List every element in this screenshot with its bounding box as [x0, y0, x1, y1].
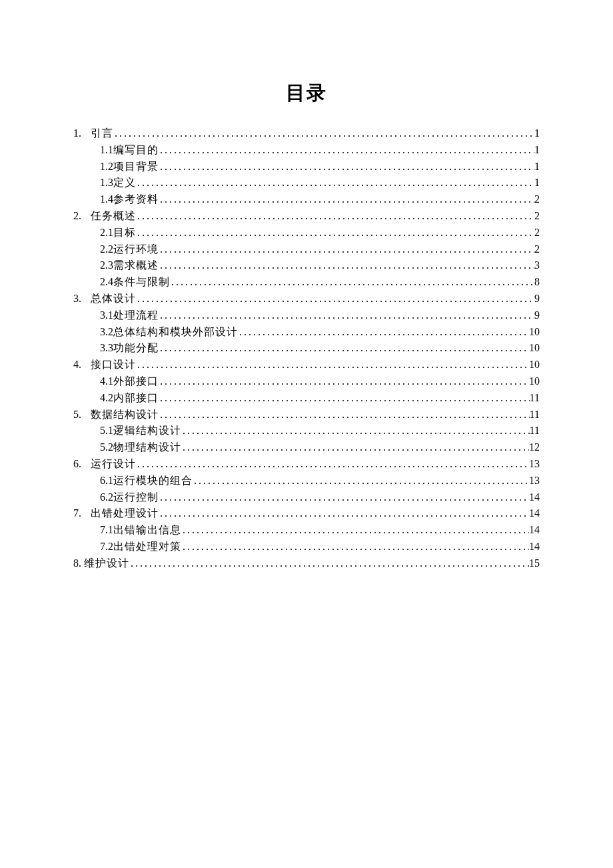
toc-page-number: 1 [534, 159, 540, 175]
toc-page-number: 14 [529, 489, 540, 506]
toc-entry[interactable]: 2.3需求概述3 [73, 257, 540, 274]
toc-label: 任务概述 [91, 208, 136, 225]
toc-number: 2.2 [100, 241, 113, 258]
toc-leader-dots [159, 489, 529, 506]
toc-label: 目标 [113, 225, 136, 241]
toc-label: 总体结构和模块外部设计 [113, 324, 238, 341]
toc-page-number: 14 [529, 505, 540, 522]
toc-label: 物理结构设计 [113, 439, 181, 456]
toc-leader-dots [238, 324, 529, 341]
toc-entry[interactable]: 6.运行设计13 [73, 456, 540, 473]
toc-entry[interactable]: 6.1运行模块的组合13 [73, 473, 540, 489]
toc-number: 3. [73, 291, 91, 307]
toc-label: 需求概述 [113, 257, 159, 274]
toc-page-number: 10 [529, 340, 540, 357]
toc-leader-dots [159, 340, 529, 357]
toc-leader-dots [170, 274, 534, 291]
toc-number: 1.4 [100, 191, 113, 208]
toc-leader-dots [181, 539, 529, 555]
toc-label: 运行环境 [113, 241, 159, 258]
toc-leader-dots [159, 142, 534, 159]
toc-number: 4. [73, 357, 91, 373]
toc-page-number: 2 [534, 208, 540, 225]
toc-entry[interactable]: 1.引言1 [73, 125, 540, 142]
toc-page-number: 14 [529, 522, 540, 539]
toc-page-number: 8 [534, 274, 540, 291]
toc-entry[interactable]: 6.2运行控制14 [73, 489, 540, 506]
toc-label: 出错处理对策 [113, 539, 181, 555]
toc-number: 1. [73, 125, 91, 142]
toc-entry[interactable]: 5.2物理结构设计12 [73, 439, 540, 456]
toc-entry[interactable]: 1.4参考资料2 [73, 191, 540, 208]
toc-entry[interactable]: 7.1出错输出信息14 [73, 522, 540, 539]
toc-page-number: 1 [534, 175, 540, 191]
toc-page-number: 13 [529, 473, 540, 489]
toc-page-number: 11 [530, 423, 540, 439]
toc-number: 7.2 [100, 539, 113, 555]
toc-entry[interactable]: 2.2运行环境2 [73, 241, 540, 258]
toc-entry[interactable]: 1.3定义1 [73, 175, 540, 191]
toc-label: 功能分配 [113, 340, 159, 357]
toc-entry[interactable]: 1.2项目背景1 [73, 159, 540, 175]
toc-page-number: 2 [534, 225, 540, 241]
toc-leader-dots [136, 225, 534, 241]
toc-entry[interactable]: 7.出错处理设计14 [73, 505, 540, 522]
toc-number: 3.3 [100, 340, 113, 357]
toc-entry[interactable]: 3.总体设计9 [73, 291, 540, 307]
toc-label: 项目背景 [113, 159, 159, 175]
toc-label: 总体设计 [91, 291, 136, 307]
toc-entry[interactable]: 3.1处理流程9 [73, 307, 540, 324]
toc-number: 2.3 [100, 257, 113, 274]
toc-label: 运行控制 [113, 489, 159, 506]
toc-entry[interactable]: 2.1目标2 [73, 225, 540, 241]
toc-label: 维护设计 [84, 555, 129, 572]
toc-entry[interactable]: 7.2出错处理对策14 [73, 539, 540, 555]
toc-number: 7. [73, 505, 91, 522]
toc-number: 3.2 [100, 324, 113, 341]
toc-number: 8. [73, 555, 84, 572]
toc-page-number: 9 [534, 291, 540, 307]
toc-page-number: 11 [530, 407, 540, 423]
toc-number: 4.1 [100, 373, 113, 390]
toc-entry[interactable]: 2.任务概述2 [73, 208, 540, 225]
toc-entry[interactable]: 5.数据结构设计11 [73, 407, 540, 423]
toc-page-number: 13 [529, 456, 540, 473]
toc-label: 接口设计 [91, 357, 136, 373]
toc-leader-dots [159, 407, 530, 423]
toc-entry[interactable]: 3.3功能分配10 [73, 340, 540, 357]
toc-number: 6.2 [100, 489, 113, 506]
toc-container: 1.引言11.1编写目的11.2项目背景11.3定义11.4参考资料22.任务概… [73, 125, 540, 572]
toc-number: 3.1 [100, 307, 113, 324]
toc-number: 2.4 [100, 274, 113, 291]
toc-leader-dots [159, 191, 534, 208]
toc-entry[interactable]: 4.2内部接口11 [73, 390, 540, 407]
toc-number: 1.1 [100, 142, 113, 159]
toc-page-number: 2 [534, 191, 540, 208]
toc-leader-dots [136, 291, 534, 307]
toc-entry[interactable]: 5.1逻辑结构设计11 [73, 423, 540, 439]
toc-entry[interactable]: 1.1编写目的1 [73, 142, 540, 159]
toc-entry[interactable]: 4.1外部接口10 [73, 373, 540, 390]
toc-label: 定义 [113, 175, 136, 191]
toc-label: 内部接口 [113, 390, 159, 407]
toc-entry[interactable]: 2.4条件与限制8 [73, 274, 540, 291]
toc-number: 5.2 [100, 439, 113, 456]
toc-number: 2.1 [100, 225, 113, 241]
toc-leader-dots [113, 125, 534, 142]
toc-entry[interactable]: 3.2总体结构和模块外部设计10 [73, 324, 540, 341]
toc-label: 参考资料 [113, 191, 159, 208]
toc-label: 出错输出信息 [113, 522, 181, 539]
toc-entry[interactable]: 8.维护设计15 [73, 555, 540, 572]
toc-label: 数据结构设计 [91, 407, 159, 423]
toc-page-number: 9 [534, 307, 540, 324]
toc-page-number: 1 [534, 125, 540, 142]
toc-leader-dots [159, 257, 534, 274]
toc-page-number: 10 [529, 357, 540, 373]
toc-page-number: 15 [529, 555, 540, 572]
toc-label: 条件与限制 [113, 274, 170, 291]
toc-label: 处理流程 [113, 307, 159, 324]
toc-leader-dots [193, 473, 529, 489]
toc-entry[interactable]: 4.接口设计10 [73, 357, 540, 373]
toc-page-number: 2 [534, 241, 540, 258]
toc-number: 2. [73, 208, 91, 225]
